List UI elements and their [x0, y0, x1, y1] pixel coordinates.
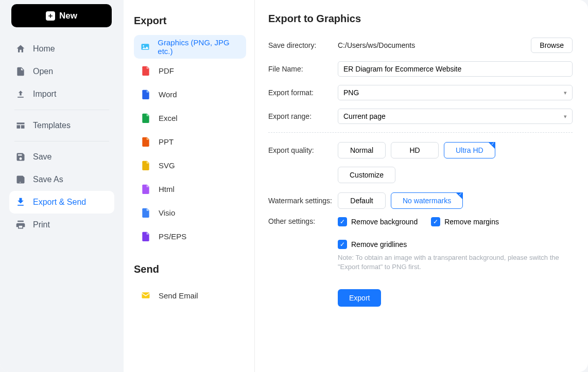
export-icon — [15, 197, 26, 207]
app-window: ＋ New Home Open Import Templates — [0, 0, 588, 372]
chevron-down-icon: ▾ — [564, 113, 567, 120]
quality-hd-button[interactable]: HD — [391, 142, 439, 158]
watermark-label: Watermark settings: — [268, 197, 338, 205]
nav-save-as[interactable]: Save As — [9, 168, 114, 191]
nav-save[interactable]: Save — [9, 146, 114, 168]
option-label: SVG — [159, 161, 175, 170]
option-pdf[interactable]: PDF — [134, 59, 246, 82]
option-visio[interactable]: Visio — [134, 201, 246, 224]
save-directory-value: C:/Users/ws/Documents — [338, 41, 526, 49]
watermark-none-button[interactable]: No watermarks — [391, 192, 463, 209]
transparency-note: Note: To obtain an image with a transpar… — [338, 253, 573, 272]
nav-label: Save As — [33, 175, 63, 184]
browse-button[interactable]: Browse — [531, 38, 573, 53]
nav-separator — [14, 141, 109, 141]
other-settings-label: Other settings: — [268, 217, 338, 225]
svg-point-1 — [143, 45, 145, 47]
nav-import[interactable]: Import — [9, 83, 114, 105]
remove-background-checkbox[interactable]: ✓ Remove background — [338, 217, 418, 226]
option-label: PDF — [159, 66, 174, 75]
export-button[interactable]: Export — [338, 289, 381, 307]
option-label: PS/EPS — [159, 232, 186, 241]
export-format-label: Export format: — [268, 88, 338, 97]
export-quality-label: Export quality: — [268, 146, 338, 154]
home-icon — [15, 44, 26, 54]
checkbox-checked-icon: ✓ — [338, 217, 347, 226]
send-options-list: Send Email — [134, 284, 246, 307]
checkbox-label: Remove gridlines — [351, 240, 407, 249]
nav-export-send[interactable]: Export & Send — [9, 191, 114, 214]
nav-label: Export & Send — [33, 198, 86, 207]
nav-label: Import — [33, 90, 56, 99]
export-range-label: Export range: — [268, 112, 338, 120]
select-value: Current page — [343, 112, 386, 120]
import-icon — [15, 89, 26, 99]
option-send-email[interactable]: Send Email — [134, 284, 246, 307]
option-ppt[interactable]: PPT — [134, 130, 246, 153]
html-icon — [140, 183, 151, 194]
svg-rect-2 — [142, 292, 150, 298]
pdf-icon — [140, 65, 151, 76]
export-options-list: Graphics (PNG, JPG etc.) PDF Word Excel … — [134, 35, 246, 248]
export-range-select[interactable]: Current page ▾ — [338, 109, 573, 124]
nav-open[interactable]: Open — [9, 60, 114, 83]
word-icon — [140, 88, 151, 100]
option-pseps[interactable]: PS/EPS — [134, 224, 246, 248]
nav-list: Home Open Import Templates Save — [6, 38, 117, 236]
checkbox-label: Remove background — [351, 218, 418, 226]
option-label: Send Email — [159, 291, 198, 300]
new-button[interactable]: ＋ New — [11, 4, 112, 27]
save-directory-label: Save directory: — [268, 41, 338, 49]
option-label: Excel — [159, 114, 178, 122]
export-section-title: Export — [134, 15, 246, 27]
sidebar: ＋ New Home Open Import Templates — [0, 0, 124, 372]
email-icon — [140, 290, 151, 301]
checkbox-label: Remove margins — [444, 218, 499, 226]
option-label: Graphics (PNG, JPG etc.) — [158, 38, 240, 56]
file-name-input[interactable] — [338, 61, 573, 77]
nav-label: Print — [33, 220, 50, 229]
file-name-label: File Name: — [268, 65, 338, 73]
ppt-icon — [140, 136, 151, 147]
quality-normal-button[interactable]: Normal — [338, 142, 386, 158]
templates-icon — [15, 120, 26, 131]
export-format-select[interactable]: PNG ▾ — [338, 85, 573, 100]
select-value: PNG — [343, 88, 359, 97]
nav-label: Open — [33, 67, 53, 76]
watermark-default-button[interactable]: Default — [338, 192, 386, 209]
nav-home[interactable]: Home — [9, 38, 114, 60]
visio-icon — [140, 207, 151, 218]
svg-icon — [140, 160, 151, 171]
save-icon — [15, 152, 26, 162]
option-label: Word — [159, 90, 177, 99]
nav-label: Save — [33, 152, 51, 162]
export-settings-panel: Export to Graphics Save directory: C:/Us… — [255, 0, 588, 372]
option-graphics[interactable]: Graphics (PNG, JPG etc.) — [134, 35, 246, 59]
checkbox-checked-icon: ✓ — [338, 240, 347, 249]
export-type-panel: Export Graphics (PNG, JPG etc.) PDF Word… — [124, 0, 255, 372]
nav-print[interactable]: Print — [9, 214, 114, 236]
selected-check-icon — [488, 142, 495, 149]
quality-ultrahd-button[interactable]: Ultra HD — [444, 142, 495, 158]
pill-label: No watermarks — [403, 197, 451, 205]
remove-margins-checkbox[interactable]: ✓ Remove margins — [431, 217, 499, 226]
save-as-icon — [15, 174, 26, 185]
open-icon — [15, 66, 26, 77]
option-word[interactable]: Word — [134, 82, 246, 106]
print-icon — [15, 220, 26, 230]
send-section-title: Send — [134, 263, 246, 275]
pill-label: Ultra HD — [456, 146, 483, 154]
remove-gridlines-checkbox[interactable]: ✓ Remove gridlines — [338, 240, 407, 249]
nav-label: Templates — [33, 121, 71, 130]
excel-icon — [140, 112, 151, 123]
checkbox-checked-icon: ✓ — [431, 217, 440, 226]
pseps-icon — [140, 231, 151, 242]
option-label: Html — [159, 185, 175, 193]
option-svg[interactable]: SVG — [134, 153, 246, 177]
quality-customize-button[interactable]: Customize — [338, 167, 395, 183]
nav-label: Home — [33, 44, 55, 54]
nav-templates[interactable]: Templates — [9, 114, 114, 137]
selected-check-icon — [456, 192, 463, 200]
option-html[interactable]: Html — [134, 177, 246, 201]
option-excel[interactable]: Excel — [134, 106, 246, 130]
